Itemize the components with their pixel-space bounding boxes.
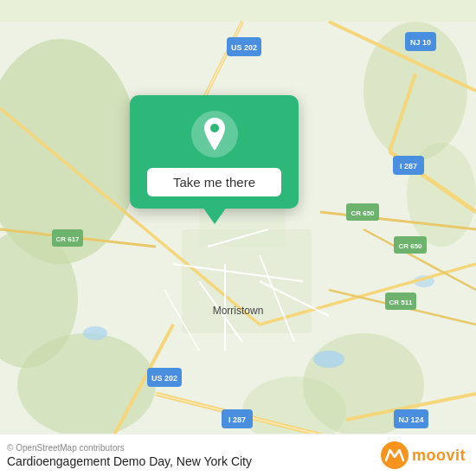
moovit-logo-circle — [381, 441, 408, 469]
svg-text:NJ 10: NJ 10 — [410, 38, 431, 47]
map-background: US 202 NJ 10 US 202 I 287 CR 617 CR 650 … — [0, 0, 476, 476]
svg-text:CR 511: CR 511 — [389, 299, 413, 306]
svg-text:US 202: US 202 — [231, 43, 257, 52]
moovit-m-icon — [385, 448, 404, 462]
svg-text:CR 650: CR 650 — [398, 242, 422, 250]
bottom-left-info: © OpenStreetMap contributors Cardioengag… — [7, 443, 252, 468]
svg-point-9 — [83, 326, 107, 340]
location-icon-wrap — [191, 111, 238, 158]
svg-text:I 287: I 287 — [228, 415, 246, 424]
popup-card: Take me there — [130, 95, 299, 209]
svg-text:CR 650: CR 650 — [351, 209, 375, 217]
svg-point-3 — [17, 333, 156, 437]
copyright-text: © OpenStreetMap contributors — [7, 443, 252, 453]
event-title: Cardioengagement Demo Day, New York City — [7, 454, 252, 468]
svg-point-8 — [313, 351, 344, 368]
svg-text:CR 617: CR 617 — [55, 235, 80, 243]
map-container: US 202 NJ 10 US 202 I 287 CR 617 CR 650 … — [0, 0, 476, 476]
location-pin-icon — [201, 118, 228, 151]
svg-text:I 287: I 287 — [400, 162, 417, 170]
take-me-there-button[interactable]: Take me there — [147, 168, 281, 196]
moovit-logo: moovit — [381, 441, 466, 469]
svg-text:NJ 124: NJ 124 — [398, 415, 423, 424]
svg-point-58 — [210, 124, 219, 132]
svg-text:Morristown: Morristown — [213, 305, 264, 317]
svg-text:US 202: US 202 — [151, 374, 177, 383]
bottom-bar: © OpenStreetMap contributors Cardioengag… — [0, 434, 476, 476]
moovit-wordmark: moovit — [412, 447, 466, 465]
